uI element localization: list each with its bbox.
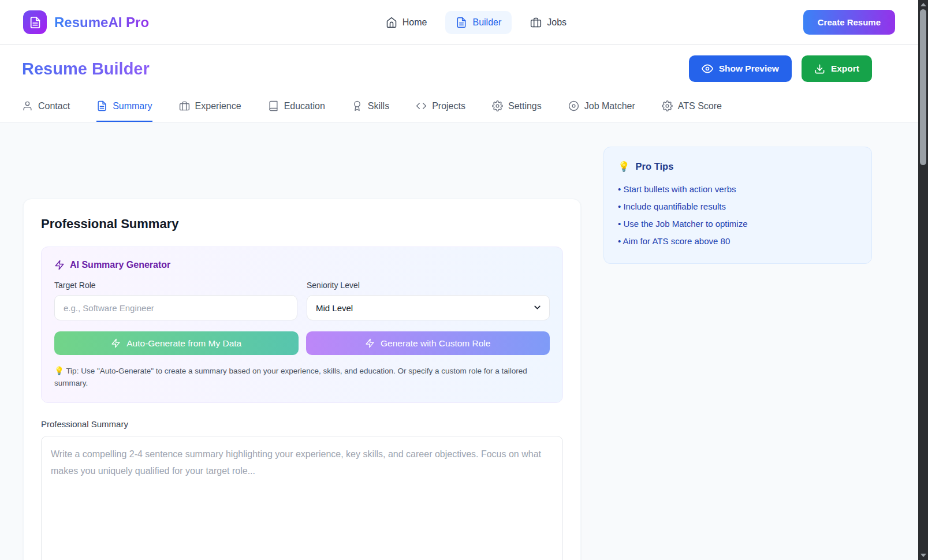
tab-ats-score[interactable]: ATS Score <box>662 92 722 122</box>
auto-generate-button[interactable]: Auto-Generate from My Data <box>54 331 299 355</box>
ai-summary-generator-panel: AI Summary Generator Target Role Seniori… <box>41 247 563 403</box>
pro-tips-title: Pro Tips <box>636 161 674 172</box>
nav-item-label: Home <box>402 17 427 28</box>
export-button[interactable]: Export <box>802 55 872 82</box>
user-icon <box>22 100 33 111</box>
nav-item-label: Jobs <box>547 17 567 28</box>
lightbulb-emoji: 💡 <box>54 367 64 375</box>
tab-summary[interactable]: Summary <box>96 92 152 122</box>
export-label: Export <box>831 64 859 74</box>
seniority-field: Seniority Level Mid Level <box>307 281 550 320</box>
pro-tips-title-row: 💡 Pro Tips <box>618 161 858 172</box>
page-header: Resume Builder Show Preview Export <box>0 45 918 92</box>
seniority-select-wrap: Mid Level <box>307 295 550 320</box>
generator-tip: 💡 Tip: Use "Auto-Generate" to create a s… <box>54 365 550 390</box>
generator-fields: Target Role Seniority Level Mid Level <box>54 281 550 320</box>
tab-label: Projects <box>432 101 465 111</box>
vertical-scrollbar[interactable] <box>918 0 928 560</box>
tab-skills[interactable]: Skills <box>352 92 389 122</box>
seniority-select[interactable]: Mid Level <box>307 295 550 320</box>
tab-experience[interactable]: Experience <box>179 92 241 122</box>
generator-buttons: Auto-Generate from My Data Generate with… <box>54 331 550 355</box>
nav-item-label: Builder <box>472 17 501 28</box>
pro-tips-panel: 💡 Pro Tips Start bullets with action ver… <box>603 147 872 264</box>
page-title: Resume Builder <box>22 59 150 79</box>
ai-generator-title: AI Summary Generator <box>70 260 170 270</box>
summary-textarea[interactable] <box>41 436 563 560</box>
tab-settings[interactable]: Settings <box>492 92 542 122</box>
tab-label: Contact <box>38 101 70 111</box>
section-tabs: Contact Summary Experience Education Ski… <box>0 92 918 122</box>
resume-builder-page: ResumeAI Pro Home Builder Jobs Create Re… <box>0 0 918 560</box>
lightbulb-emoji: 💡 <box>618 161 630 172</box>
auto-generate-label: Auto-Generate from My Data <box>126 338 241 349</box>
generate-custom-role-button[interactable]: Generate with Custom Role <box>306 331 550 355</box>
briefcase-icon <box>179 100 190 111</box>
generator-tip-text: Tip: Use "Auto-Generate" to create a sum… <box>54 367 527 387</box>
pro-tip-item: Include quantifiable results <box>618 197 858 215</box>
scrollbar-thumb[interactable] <box>920 9 926 165</box>
tab-contact[interactable]: Contact <box>22 92 70 122</box>
scrollbar-down-arrow[interactable] <box>918 551 928 559</box>
target-role-field: Target Role <box>54 281 297 320</box>
brand-name: ResumeAI Pro <box>54 14 149 31</box>
tab-label: Education <box>284 101 325 111</box>
app-logo-icon <box>23 10 47 34</box>
award-icon <box>352 100 363 111</box>
summary-textarea-label: Professional Summary <box>41 419 563 429</box>
target-icon <box>568 100 579 111</box>
pro-tip-item: Start bullets with action verbs <box>618 180 858 197</box>
tab-label: Summary <box>113 101 152 111</box>
main-nav: Home Builder Jobs <box>149 11 803 34</box>
tab-job-matcher[interactable]: Job Matcher <box>568 92 635 122</box>
tab-label: Experience <box>195 101 241 111</box>
download-icon <box>814 64 825 74</box>
create-resume-button[interactable]: Create Resume <box>803 10 895 35</box>
top-navigation-bar: ResumeAI Pro Home Builder Jobs Create Re… <box>0 0 918 45</box>
home-icon <box>386 17 397 28</box>
target-role-input[interactable] <box>54 295 297 320</box>
tab-label: ATS Score <box>678 101 722 111</box>
tab-projects[interactable]: Projects <box>416 92 465 122</box>
code-icon <box>416 100 427 111</box>
gear-icon <box>662 100 673 111</box>
tab-label: Job Matcher <box>584 101 635 111</box>
professional-summary-card: Professional Summary AI Summary Generato… <box>23 199 581 560</box>
file-text-icon <box>96 100 107 111</box>
nav-item-home[interactable]: Home <box>375 11 438 34</box>
book-icon <box>268 100 279 111</box>
nav-item-jobs[interactable]: Jobs <box>520 11 577 34</box>
tab-label: Skills <box>368 101 389 111</box>
lightning-icon <box>111 338 121 348</box>
pro-tips-list: Start bullets with action verbs Include … <box>618 180 858 249</box>
pro-tip-item: Aim for ATS score above 80 <box>618 232 858 249</box>
ai-generator-title-row: AI Summary Generator <box>54 260 550 270</box>
pro-tip-item: Use the Job Matcher to optimize <box>618 215 858 232</box>
generate-custom-role-label: Generate with Custom Role <box>381 338 490 349</box>
file-text-icon <box>456 17 467 28</box>
nav-item-builder[interactable]: Builder <box>445 11 512 34</box>
file-text-icon <box>29 16 42 29</box>
lightning-icon <box>54 260 65 270</box>
show-preview-label: Show Preview <box>719 64 779 74</box>
brand[interactable]: ResumeAI Pro <box>23 10 149 34</box>
target-role-label: Target Role <box>54 281 297 290</box>
show-preview-button[interactable]: Show Preview <box>689 55 792 82</box>
eye-icon <box>702 63 713 74</box>
card-title: Professional Summary <box>41 216 563 232</box>
tab-education[interactable]: Education <box>268 92 325 122</box>
content-area: Professional Summary AI Summary Generato… <box>0 122 918 560</box>
gear-icon <box>492 100 503 111</box>
header-actions: Show Preview Export <box>689 55 872 82</box>
scrollbar-up-arrow[interactable] <box>918 1 928 9</box>
lightning-icon <box>365 338 375 348</box>
tab-label: Settings <box>508 101 542 111</box>
seniority-label: Seniority Level <box>307 281 550 290</box>
briefcase-icon <box>530 17 542 28</box>
main-column: Professional Summary AI Summary Generato… <box>23 147 581 560</box>
